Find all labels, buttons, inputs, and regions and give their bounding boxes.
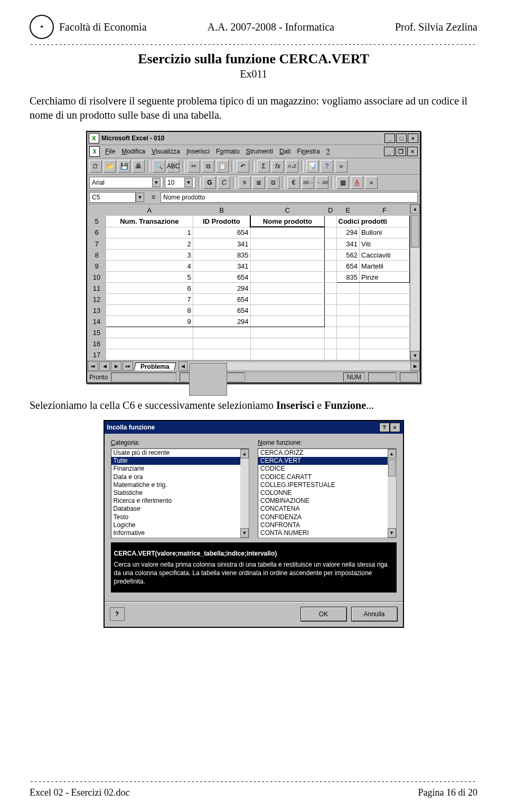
category-item[interactable]: Informative (111, 529, 241, 537)
cell[interactable]: 7 (106, 294, 193, 305)
cut-icon[interactable]: ✂ (187, 160, 200, 173)
grid[interactable]: A B C D E F 5 Num. Transazione ID Prodot… (87, 204, 410, 360)
cell[interactable] (250, 316, 324, 327)
scroll-track[interactable] (410, 214, 420, 351)
dialog-help-button[interactable]: ? (379, 423, 390, 432)
scroll-track[interactable] (240, 458, 249, 528)
doc-minimize-button[interactable]: _ (384, 147, 395, 156)
cell[interactable] (360, 294, 410, 305)
cell[interactable] (336, 316, 360, 327)
scroll-down-icon[interactable]: ▼ (240, 528, 249, 538)
cell[interactable]: Martelli (360, 261, 410, 272)
cell[interactable] (360, 338, 410, 349)
col-A-hdr[interactable]: A (106, 205, 193, 216)
spellcheck-icon[interactable]: ABC (167, 160, 180, 173)
cell[interactable]: 1 (106, 227, 193, 238)
row-hdr[interactable]: 10 (88, 272, 106, 283)
dialog-titlebar[interactable]: Incolla funzione ? × (105, 421, 403, 434)
category-item[interactable]: Usate più di recente (111, 449, 241, 457)
row-hdr[interactable]: 5 (88, 216, 106, 227)
cell[interactable]: 341 (193, 238, 250, 250)
merge-center-icon[interactable]: ⧉ (267, 176, 279, 189)
row-hdr[interactable]: 11 (88, 283, 106, 294)
cell[interactable] (324, 294, 336, 305)
cell[interactable] (324, 327, 336, 338)
menu-formato[interactable]: Formato (213, 148, 243, 155)
row-hdr[interactable]: 12 (88, 294, 106, 305)
chevron-down-icon[interactable]: ▼ (152, 178, 161, 187)
scroll-thumb[interactable] (189, 363, 227, 396)
cell[interactable] (324, 349, 336, 360)
scroll-thumb[interactable] (411, 215, 419, 247)
cell[interactable]: Num. Transazione (106, 216, 193, 227)
ok-button[interactable]: OK (301, 607, 347, 622)
function-item[interactable]: COLLEG.IPERTESTUALE (258, 481, 388, 489)
cell[interactable] (193, 338, 250, 349)
cell[interactable] (250, 261, 324, 272)
equals-icon[interactable]: = (152, 194, 155, 201)
listbox-scrollbar[interactable]: ▲ ▼ (240, 449, 249, 538)
select-all[interactable] (88, 205, 106, 216)
cell[interactable]: 3 (106, 250, 193, 261)
scroll-up-icon[interactable]: ▲ (410, 204, 420, 214)
chevron-down-icon[interactable]: ▼ (184, 178, 193, 187)
cell[interactable]: 6 (106, 283, 193, 294)
cell[interactable]: 654 (193, 294, 250, 305)
function-item[interactable]: CONFIDENZA (258, 513, 388, 521)
italic-button[interactable]: C (218, 176, 230, 189)
maximize-button[interactable]: □ (396, 133, 407, 143)
scroll-right-icon[interactable]: ▶ (410, 361, 420, 371)
function-listbox[interactable]: CERCA.ORIZZCERCA.VERTCODICECODICE.CARATT… (258, 448, 397, 538)
menu-file[interactable]: File (102, 148, 118, 155)
cell[interactable] (324, 305, 336, 316)
cell[interactable] (193, 327, 250, 338)
category-item[interactable]: Matematiche e trig. (111, 481, 241, 489)
cell[interactable]: ID Prodotto (193, 216, 250, 227)
row-hdr[interactable]: 14 (88, 316, 106, 327)
category-item[interactable]: Database (111, 505, 241, 513)
scroll-left-icon[interactable]: ◀ (179, 361, 188, 371)
function-item[interactable]: CONTA.NUMERI (258, 529, 388, 537)
toolbar-overflow-icon[interactable]: » (335, 160, 348, 173)
cell[interactable] (250, 238, 324, 250)
category-item[interactable]: Logiche (111, 521, 241, 529)
menu-modifica[interactable]: Modifica (118, 148, 148, 155)
cell[interactable] (324, 261, 336, 272)
new-icon[interactable]: 🗋 (89, 160, 102, 173)
cell[interactable]: Viti (360, 238, 410, 250)
cell[interactable] (324, 216, 336, 227)
category-item[interactable]: Finanziarie (111, 465, 241, 473)
menu-strumenti[interactable]: Strumenti (243, 148, 276, 155)
row-hdr[interactable]: 17 (88, 349, 106, 360)
doc-close-button[interactable]: × (407, 147, 418, 156)
minimize-button[interactable]: _ (384, 133, 395, 143)
cell[interactable] (336, 305, 360, 316)
cell[interactable]: 562 (336, 250, 360, 261)
function-item[interactable]: COMBINAZIONE (258, 497, 388, 505)
dialog-close-button[interactable]: × (390, 423, 400, 432)
cell[interactable] (250, 272, 324, 283)
copy-icon[interactable]: ⧉ (202, 160, 214, 173)
font-name-combo[interactable]: Arial ▼ (89, 177, 163, 188)
formula-input[interactable]: Nome prodotto (161, 192, 418, 203)
scroll-down-icon[interactable]: ▼ (388, 528, 396, 538)
row-hdr[interactable]: 13 (88, 305, 106, 316)
cell[interactable] (360, 305, 410, 316)
function-item[interactable]: CERCA.VERT (258, 457, 388, 465)
decrease-decimal-icon[interactable]: ←.00 (316, 176, 328, 189)
cell[interactable] (250, 294, 324, 305)
cell[interactable] (106, 349, 193, 360)
align-right-icon[interactable]: ≣ (252, 176, 265, 189)
fx-icon[interactable]: fx (271, 160, 284, 173)
menu-help[interactable]: ? (323, 148, 333, 155)
scroll-track[interactable] (388, 458, 396, 528)
cell[interactable] (336, 338, 360, 349)
listbox-scrollbar[interactable]: ▲ ▼ (388, 449, 396, 538)
scroll-up-icon[interactable]: ▲ (388, 449, 396, 458)
row-hdr[interactable]: 15 (88, 327, 106, 338)
cell[interactable]: Bulloni (360, 227, 410, 238)
cell[interactable]: 294 (193, 283, 250, 294)
increase-decimal-icon[interactable]: .00→ (302, 176, 314, 189)
cell[interactable] (336, 294, 360, 305)
cell[interactable] (250, 338, 324, 349)
